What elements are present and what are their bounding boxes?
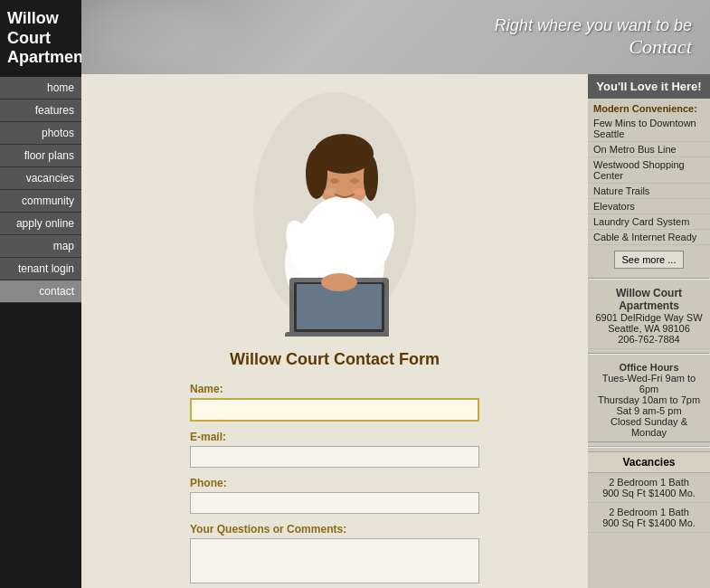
svg-point-18 [353, 188, 365, 195]
vacancy-item: 2 Bedroom 1 Bath900 Sq Ft $1400 Mo. [588, 473, 710, 503]
amenity-item: Laundry Card System [588, 214, 710, 230]
comments-label: Your Questions or Comments: [190, 523, 479, 536]
nav-item-photos[interactable]: photos [0, 122, 81, 145]
nav-item-contact[interactable]: contact [0, 280, 81, 303]
phone: 206-762-7884 [618, 334, 680, 345]
phone-input[interactable] [190, 492, 479, 514]
nav-menu: homefeaturesphotosfloor plansvacanciesco… [0, 77, 81, 303]
apt-name: Willow Court Apartments [616, 287, 682, 312]
nav-item-home[interactable]: home [0, 77, 81, 100]
person-illustration [244, 83, 425, 337]
name-label: Name: [190, 383, 479, 395]
right-sidebar: You'll Love it Here! Modern Convenience:… [588, 74, 710, 588]
nav-item-vacancies[interactable]: vacancies [0, 167, 81, 190]
divider3 [588, 446, 710, 448]
divider2 [588, 353, 710, 355]
see-more-button[interactable]: See more ... [614, 251, 685, 269]
address-block: Willow Court Apartments 6901 DelRidge Wa… [588, 283, 710, 349]
center-content: Willow Court Contact Form Name: E-mail: … [81, 74, 588, 588]
svg-point-14 [321, 273, 357, 291]
vacancies-list: 2 Bedroom 1 Bath900 Sq Ft $1400 Mo.2 Bed… [588, 473, 710, 533]
love-header: You'll Love it Here! [588, 74, 710, 99]
header-text: Right where you want to be Contact [495, 16, 692, 59]
amenity-item: Westwood Shopping Center [588, 157, 710, 184]
svg-point-16 [350, 178, 359, 184]
nav-item-floor-plans[interactable]: floor plans [0, 145, 81, 167]
nav-item-apply-online[interactable]: apply online [0, 213, 81, 235]
svg-point-17 [324, 188, 336, 195]
street: 6901 DelRidge Way SW [595, 312, 702, 323]
header-tagline: Right where you want to be [495, 16, 692, 35]
contact-form: Name: E-mail: Phone: Your Questions or C… [181, 383, 488, 588]
name-input[interactable] [190, 398, 479, 422]
vacancy-item: 2 Bedroom 1 Bath900 Sq Ft $1400 Mo. [588, 503, 710, 533]
page-header: Right where you want to be Contact [81, 0, 710, 74]
nav-item-community[interactable]: community [0, 190, 81, 213]
nav-item-map[interactable]: map [0, 235, 81, 258]
sidebar: Willow Court Apartments homefeaturesphot… [0, 0, 81, 588]
email-label: E-mail: [190, 431, 479, 443]
office-hours-text: Tues-Wed-Fri 9am to 6pmThursday 10am to … [598, 373, 700, 438]
phone-label: Phone: [190, 477, 479, 489]
divider [588, 278, 710, 280]
email-input[interactable] [190, 446, 479, 468]
nav-item-features[interactable]: features [0, 100, 81, 122]
vacancies-header: Vacancies [588, 451, 710, 473]
amenity-item: On Metro Bus Line [588, 142, 710, 157]
amenity-item: Cable & Internet Ready [588, 230, 710, 245]
amenity-item: Elevators [588, 199, 710, 214]
city: Seattle, WA 98106 [608, 323, 690, 334]
logo: Willow Court Apartments [0, 0, 81, 77]
svg-rect-13 [285, 332, 389, 337]
amenities-list: Few Mins to Downtown SeattleOn Metro Bus… [588, 116, 710, 245]
amenity-item: Nature Trails [588, 184, 710, 199]
office-hours-block: Office Hours Tues-Wed-Fri 9am to 6pmThur… [588, 358, 710, 442]
modern-convenience-label: Modern Convenience: [588, 99, 710, 116]
header-title: Contact [495, 35, 692, 59]
person-svg [244, 83, 425, 337]
svg-point-15 [330, 178, 339, 184]
form-title: Willow Court Contact Form [230, 350, 440, 369]
svg-point-5 [364, 156, 378, 201]
content-row: Willow Court Contact Form Name: E-mail: … [81, 74, 710, 588]
office-hours-label: Office Hours [619, 362, 678, 373]
comments-textarea[interactable] [190, 538, 479, 583]
nav-item-tenant-login[interactable]: tenant login [0, 258, 81, 280]
amenity-item: Few Mins to Downtown Seattle [588, 116, 710, 142]
main-content: Right where you want to be Contact [81, 0, 710, 588]
